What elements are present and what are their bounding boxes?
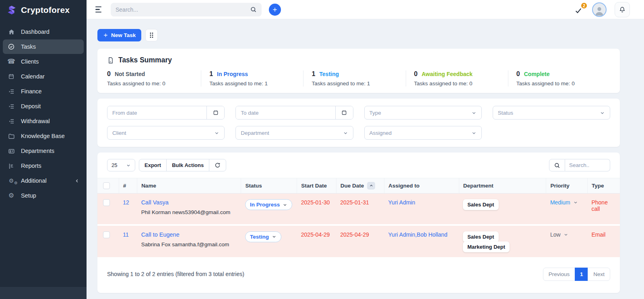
bell-icon (619, 6, 626, 13)
to-date-calendar-button[interactable] (335, 106, 353, 119)
sidebar-item-label: Reports (21, 163, 41, 169)
sidebar-item-additional[interactable]: ⚙⚙ Additional (3, 173, 84, 188)
summary-assigned: Tasks assigned to me: 0 (414, 80, 508, 87)
summary-grid: 0Not Started Tasks assigned to me: 0 1In… (107, 70, 610, 87)
quick-add-button[interactable] (269, 4, 281, 16)
from-date-filter (107, 106, 225, 120)
type-filter-label: Type (369, 110, 381, 116)
department-filter-label: Department (241, 130, 269, 136)
table-search-button[interactable] (549, 159, 565, 171)
from-date-calendar-button[interactable] (206, 106, 224, 119)
export-button[interactable]: Export (139, 159, 167, 171)
task-id: 12 (123, 199, 129, 206)
new-task-button[interactable]: New Task (97, 29, 141, 41)
summary-assigned: Tasks assigned to me: 1 (209, 80, 303, 87)
column-header-status[interactable]: Status (241, 178, 297, 194)
status-dropdown[interactable]: Testing (245, 231, 281, 242)
document-icon (107, 57, 114, 64)
column-header-name[interactable]: Name (137, 178, 241, 194)
table-row: 12 Call Vasya Phil Korman news53904@gmai… (97, 194, 620, 225)
sidebar-nav: Dashboard Tasks ☎ Clients Calendar Finan… (0, 20, 87, 203)
page-size-select[interactable]: 25 (107, 159, 135, 171)
client-filter[interactable]: Client (107, 126, 225, 140)
assigned-to-link[interactable]: Yuri Admin (388, 199, 415, 206)
new-task-label: New Task (111, 32, 136, 38)
due-date-label: Due Date (341, 183, 364, 189)
brand[interactable]: Cryptoforex (0, 0, 87, 20)
calendar-icon (213, 110, 219, 115)
menu-toggle-button[interactable] (95, 6, 103, 13)
from-date-input[interactable] (107, 106, 206, 119)
column-header-type[interactable]: Type (587, 178, 620, 194)
chevron-down-icon (471, 110, 477, 115)
to-date-input[interactable] (236, 106, 335, 119)
table-footer: Showing 1 to 2 of 2 entries (filtered fr… (97, 259, 620, 291)
page-1-button[interactable]: 1 (575, 268, 588, 281)
column-header-department[interactable]: Department (459, 178, 546, 194)
task-name-link[interactable]: Call Vasya (141, 199, 169, 206)
tasks-summary-card: Tasks Summary 0Not Started Tasks assigne… (97, 49, 620, 93)
assigned-filter[interactable]: Assigned (364, 126, 482, 140)
refresh-button[interactable] (209, 159, 226, 171)
department-badge: Sales Dept (463, 199, 498, 210)
column-header-assigned-to[interactable]: Assigned to (384, 178, 459, 194)
sidebar-item-label: Departments (21, 148, 54, 154)
sidebar-item-departments[interactable]: Departments (3, 144, 84, 158)
row-checkbox[interactable] (103, 199, 110, 206)
search-input[interactable] (116, 6, 247, 13)
sidebar-item-clients[interactable]: ☎ Clients (3, 54, 84, 69)
sidebar-item-label: Dashboard (21, 29, 50, 35)
type-filter[interactable]: Type (364, 106, 482, 120)
list-indent-icon (7, 103, 16, 110)
folder-icon (7, 133, 16, 140)
sidebar-item-calendar[interactable]: Calendar (3, 69, 84, 84)
notifications-button[interactable] (615, 2, 630, 17)
row-checkbox[interactable] (103, 231, 110, 238)
priority-dropdown[interactable]: Medium (550, 199, 578, 206)
task-name-link[interactable]: Call to Eugene (141, 231, 180, 238)
column-header-priority[interactable]: Priority (546, 178, 588, 194)
table-search-input[interactable] (565, 159, 610, 171)
sidebar-item-dashboard[interactable]: Dashboard (3, 25, 84, 39)
tasks-table: # Name Status Start Date Due Date Assign… (97, 178, 620, 259)
column-header-due-date[interactable]: Due Date (336, 178, 384, 194)
column-header-start-date[interactable]: Start Date (297, 178, 336, 194)
due-date: 2025-01-31 (340, 199, 369, 206)
department-filter[interactable]: Department (235, 126, 353, 140)
sidebar-item-tasks[interactable]: Tasks (3, 39, 84, 54)
task-type: Email (591, 231, 605, 238)
report-icon (7, 163, 16, 169)
brand-logo-icon (6, 5, 17, 15)
sidebar-item-label: Calendar (21, 73, 45, 80)
home-icon (7, 29, 16, 35)
sidebar-item-withdrawal[interactable]: Withdrawal (3, 114, 84, 128)
assigned-to-link[interactable]: Yuri Admin,Bob Holland (388, 231, 448, 238)
summary-count: 1 (312, 70, 315, 78)
sidebar-item-reports[interactable]: Reports (3, 159, 84, 173)
priority-dropdown[interactable]: Low (550, 231, 568, 238)
next-page-button[interactable]: Next (588, 268, 610, 281)
status-dropdown[interactable]: In Progress (245, 199, 292, 210)
chevron-down-icon (343, 130, 348, 136)
sidebar-item-finance[interactable]: Finance (3, 84, 84, 99)
task-type: Phone call (591, 199, 607, 212)
bulk-actions-button[interactable]: Bulk Actions (166, 159, 209, 171)
column-header-id[interactable]: # (119, 178, 137, 194)
chevron-down-icon (214, 130, 219, 136)
sidebar-item-label: Deposit (21, 103, 41, 109)
chevron-down-icon (573, 200, 578, 205)
sidebar-item-knowledge-base[interactable]: Knowledge Base (3, 129, 84, 143)
select-all-checkbox[interactable] (103, 182, 110, 189)
column-settings-button[interactable] (145, 29, 158, 41)
sidebar-item-deposit[interactable]: Deposit (3, 99, 84, 113)
previous-page-button[interactable]: Previous (543, 268, 576, 281)
sort-asc-icon[interactable] (367, 182, 375, 190)
approvals-indicator[interactable]: 2 (574, 5, 584, 14)
department-badge: Marketing Dept (463, 241, 510, 252)
avatar[interactable] (592, 2, 607, 17)
priority-value: Medium (550, 199, 570, 206)
search-icon[interactable] (250, 6, 257, 13)
check-circle-icon (7, 43, 16, 50)
status-filter[interactable]: Status (493, 106, 610, 120)
sidebar-item-setup[interactable]: ⚙ Setup (3, 188, 84, 203)
